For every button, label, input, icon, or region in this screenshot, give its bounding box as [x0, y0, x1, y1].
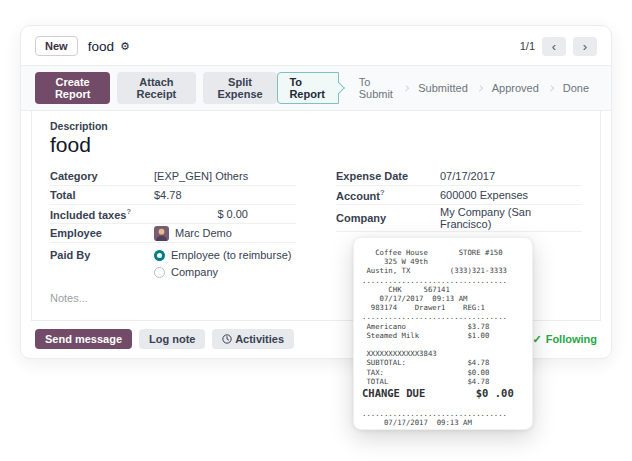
page-title: food [88, 39, 114, 54]
receipt-line: ................................. [362, 276, 524, 285]
help-icon[interactable]: ? [126, 207, 131, 216]
total-field[interactable]: $4.78 [154, 189, 182, 201]
pager-next-button[interactable]: › [573, 37, 597, 56]
total-row: Total $4.78 [50, 186, 296, 205]
statusbar: To Report To Submit Submitted Approved D… [277, 72, 597, 104]
chevron-left-icon: ‹ [552, 40, 556, 53]
receipt-line: 07/17/2017 09:13 AM [362, 294, 524, 303]
activities-button[interactable]: Activities [212, 329, 294, 349]
attach-receipt-button[interactable]: Attach Receipt [117, 72, 195, 104]
total-label: Total [50, 189, 154, 201]
company-field[interactable]: My Company (San Francisco) [440, 206, 582, 230]
expense-date-label: Expense Date [336, 170, 440, 182]
description-field[interactable]: food [50, 133, 582, 157]
radio-company-label: Company [171, 266, 218, 278]
statusbar-step-submitted[interactable]: Submitted [410, 79, 476, 97]
receipt-line: Americano $3.78 [362, 322, 524, 331]
activities-label: Activities [235, 333, 284, 345]
chevron-right-icon: › [583, 40, 587, 53]
split-expense-button[interactable]: Split Expense [203, 72, 278, 104]
following-button[interactable]: ✓ Following [532, 333, 597, 346]
receipt-line: ................................. [362, 312, 524, 321]
receipt-attachment-preview[interactable]: Coffee House STORE #150 325 W 49th Austi… [353, 237, 533, 430]
statusbar-step-done[interactable]: Done [555, 79, 597, 97]
notes-input[interactable]: Notes... [50, 292, 296, 304]
expense-date-row: Expense Date 07/17/2017 [336, 167, 582, 186]
receipt-line: TAX: $0.00 [362, 368, 524, 377]
following-label: Following [546, 333, 597, 345]
included-taxes-label-text: Included taxes [50, 209, 126, 221]
receipt-line: Coffee House STORE #150 [362, 248, 524, 257]
breadcrumb: New food ⚙ 1/1 ‹ › [21, 26, 611, 65]
included-taxes-field[interactable]: $ 0.00 [154, 208, 248, 220]
receipt-line: 325 W 49th [362, 257, 524, 266]
radio-company[interactable]: Company [154, 266, 291, 278]
clock-icon [222, 334, 232, 344]
included-taxes-label: Included taxes? [50, 207, 154, 221]
pager: 1/1 ‹ › [520, 37, 597, 56]
gear-icon[interactable]: ⚙ [120, 40, 130, 53]
company-label: Company [336, 212, 440, 224]
category-field[interactable]: [EXP_GEN] Others [154, 170, 248, 182]
chevron-right-icon [548, 85, 554, 91]
employee-row: Employee Marc Demo [50, 224, 296, 243]
receipt-line [362, 340, 524, 349]
account-label-text: Account [336, 190, 380, 202]
employee-field[interactable]: Marc Demo [175, 227, 232, 239]
receipt-line: 983174 Drawer1 REG:1 [362, 303, 524, 312]
paid-by-options: Employee (to reimburse) Company [154, 249, 291, 278]
receipt-line: CHK 567141 [362, 285, 524, 294]
check-icon: ✓ [532, 333, 541, 346]
radio-employee-label: Employee (to reimburse) [171, 249, 291, 261]
receipt-line: SUBTOTAL: $4.78 [362, 358, 524, 367]
screen: New food ⚙ 1/1 ‹ › Create Report Attach … [0, 0, 632, 461]
account-row: Account? 600000 Expenses [336, 186, 582, 205]
chevron-right-icon [477, 85, 483, 91]
create-report-button[interactable]: Create Report [35, 72, 110, 104]
expense-date-field[interactable]: 07/17/2017 [440, 170, 495, 182]
statusbar-step-to-report[interactable]: To Report [277, 72, 338, 104]
new-button[interactable]: New [35, 36, 78, 56]
avatar [154, 226, 169, 241]
receipt-change-due-line: CHANGE DUE $0 .00 [362, 387, 524, 399]
receipt-line: 07/17/2017 09:13 AM [362, 418, 524, 427]
chevron-right-icon [403, 85, 409, 91]
receipt-line: Steamed Milk $1.00 [362, 331, 524, 340]
radio-selected-icon[interactable] [154, 250, 165, 261]
paid-by-row: Paid By Employee (to reimburse) Company [50, 249, 296, 278]
description-label: Description [50, 120, 582, 132]
company-row: Company My Company (San Francisco) [336, 205, 582, 232]
left-column: Category [EXP_GEN] Others Total $4.78 In… [50, 167, 296, 304]
receipt-line [362, 400, 524, 409]
radio-employee-to-reimburse[interactable]: Employee (to reimburse) [154, 249, 291, 261]
receipt-line: TOTAL $4.78 [362, 377, 524, 386]
help-icon[interactable]: ? [380, 188, 385, 197]
category-label: Category [50, 170, 154, 182]
paid-by-label: Paid By [50, 249, 154, 261]
radio-unselected-icon[interactable] [154, 267, 165, 278]
send-message-button[interactable]: Send message [35, 329, 132, 349]
receipt-line: Austin, TX (333)321-3333 [362, 266, 524, 275]
pager-prev-button[interactable]: ‹ [542, 37, 566, 56]
account-field[interactable]: 600000 Expenses [440, 189, 528, 201]
included-taxes-row: Included taxes? $ 0.00 [50, 205, 296, 224]
statusbar-step-approved[interactable]: Approved [484, 79, 547, 97]
pager-counter: 1/1 [520, 40, 535, 52]
receipt-line: XXXXXXXXXXXX3843 [362, 349, 524, 358]
receipt-line: ................................. [362, 409, 524, 418]
statusbar-step-to-submit[interactable]: To Submit [351, 73, 403, 103]
log-note-button[interactable]: Log note [139, 329, 205, 349]
employee-label: Employee [50, 227, 154, 239]
action-bar: Create Report Attach Receipt Split Expen… [21, 65, 611, 111]
account-label: Account? [336, 188, 440, 202]
category-row: Category [EXP_GEN] Others [50, 167, 296, 186]
